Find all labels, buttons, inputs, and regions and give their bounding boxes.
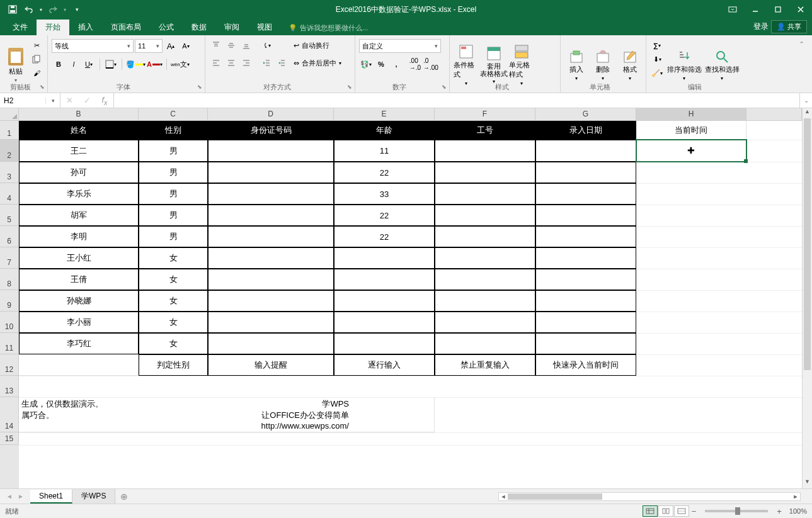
row-header-3[interactable]: 3 [0, 162, 19, 183]
shrink-font-button[interactable]: A▾ [179, 40, 193, 52]
accounting-format-button[interactable]: 💱 ▾ [359, 58, 373, 70]
cell-E6[interactable]: 22 [334, 226, 435, 247]
login-link[interactable]: 登录 [753, 21, 769, 32]
cell-F11[interactable] [435, 333, 535, 354]
cell-E1[interactable]: 年龄 [334, 121, 435, 140]
row-header-5[interactable]: 5 [0, 205, 19, 226]
clipboard-launcher[interactable]: ⬊ [38, 84, 46, 91]
view-page-layout-button[interactable] [658, 505, 673, 517]
name-box-dropdown[interactable]: ▾ [45, 98, 60, 104]
cell-C10[interactable]: 女 [139, 312, 208, 333]
cell-C9[interactable]: 女 [139, 290, 208, 312]
number-launcher[interactable]: ⬊ [440, 84, 448, 91]
tab-data[interactable]: 数据 [183, 20, 215, 35]
cell-B11[interactable]: 李巧红 [19, 333, 139, 354]
sheet-tab-0[interactable]: Sheet1 [30, 490, 72, 504]
tab-review[interactable]: 审阅 [215, 20, 248, 35]
orientation-button[interactable]: ⤹ ▾ [260, 39, 273, 52]
view-normal-button[interactable] [643, 505, 658, 517]
scroll-up-button[interactable]: ▲ [803, 108, 812, 118]
cell-C3[interactable]: 男 [139, 162, 208, 183]
cell-C1[interactable]: 性别 [139, 121, 208, 140]
tab-insert[interactable]: 插入 [69, 20, 102, 35]
cell-F2[interactable] [435, 140, 535, 162]
maximize-icon[interactable] [767, 0, 789, 19]
align-right-button[interactable] [239, 57, 253, 69]
row-header-7[interactable]: 7 [0, 247, 19, 269]
phonetic-button[interactable]: wén文 ▾ [171, 58, 190, 70]
row-header-13[interactable]: 13 [0, 376, 19, 397]
view-page-break-button[interactable] [674, 505, 689, 517]
fill-button[interactable]: ⬇ ▾ [650, 53, 664, 65]
row-header-4[interactable]: 4 [0, 183, 19, 205]
row-header-14[interactable]: 14 [0, 397, 19, 432]
cell-E12[interactable]: 逐行输入 [334, 354, 435, 376]
cell-F12[interactable]: 禁止重复输入 [435, 354, 535, 376]
cell-D5[interactable] [208, 205, 334, 226]
tab-layout[interactable]: 页面布局 [102, 20, 150, 35]
collapse-ribbon-button[interactable]: ⌃ [794, 38, 808, 50]
cell-E3[interactable]: 22 [334, 162, 435, 183]
qat-customize-icon[interactable]: ▾ [69, 2, 84, 17]
col-header-F[interactable]: F [435, 108, 535, 121]
zoom-in-button[interactable]: + [774, 507, 784, 516]
zoom-out-button[interactable]: − [689, 507, 699, 516]
cell-G7[interactable] [535, 247, 636, 269]
cell-G10[interactable] [535, 312, 636, 333]
cell-B12[interactable] [19, 354, 139, 376]
col-header-E[interactable]: E [334, 108, 435, 121]
align-middle-button[interactable] [224, 39, 238, 52]
cell-G1[interactable]: 录入日期 [535, 121, 636, 140]
font-launcher[interactable]: ⬊ [196, 84, 203, 91]
close-icon[interactable] [789, 0, 812, 19]
grow-font-button[interactable]: A▴ [164, 40, 178, 52]
cell-B3[interactable]: 孙可 [19, 162, 139, 183]
cell-D4[interactable] [208, 183, 334, 205]
row-header-6[interactable]: 6 [0, 226, 19, 247]
name-box-input[interactable] [0, 96, 45, 105]
cell-H2[interactable]: ✚ [636, 140, 746, 162]
cell-D6[interactable] [208, 226, 334, 247]
col-header-H[interactable]: H [636, 108, 746, 121]
number-format-combo[interactable]: 自定义 [359, 39, 441, 53]
cell-C11[interactable]: 女 [139, 333, 208, 354]
cell-E5[interactable]: 22 [334, 205, 435, 226]
align-center-button[interactable] [224, 57, 238, 69]
decrease-indent-button[interactable] [260, 57, 273, 69]
row-header-9[interactable]: 9 [0, 290, 19, 312]
tab-file[interactable]: 文件 [4, 20, 37, 35]
cell-B5[interactable]: 胡军 [19, 205, 139, 226]
cell-G5[interactable] [535, 205, 636, 226]
autosum-button[interactable]: ∑ ▾ [650, 39, 664, 52]
zoom-slider[interactable] [705, 510, 768, 512]
cell-D2[interactable] [208, 140, 334, 162]
add-sheet-button[interactable]: ⊕ [115, 492, 133, 502]
share-button[interactable]: 👤 共享 [771, 20, 807, 33]
cell-B9[interactable]: 孙晓娜 [19, 290, 139, 312]
row-header-8[interactable]: 8 [0, 269, 19, 290]
select-all-corner[interactable] [0, 108, 19, 121]
cell-G9[interactable] [535, 290, 636, 312]
align-top-button[interactable] [209, 39, 223, 52]
font-size-combo[interactable]: 11 [135, 39, 163, 53]
fill-color-button[interactable]: 🪣 ▾ [126, 58, 146, 70]
col-header-D[interactable]: D [208, 108, 334, 121]
cell-G2[interactable] [535, 140, 636, 162]
cell-H1[interactable]: 当前时间 [636, 121, 746, 140]
cell-G8[interactable] [535, 269, 636, 290]
increase-decimal-button[interactable]: .00→.0 [408, 58, 422, 70]
cell-D12[interactable]: 输入提醒 [208, 354, 334, 376]
cell-C2[interactable]: 男 [139, 140, 208, 162]
cell-F5[interactable] [435, 205, 535, 226]
cell-D9[interactable] [208, 290, 334, 312]
cell-F6[interactable] [435, 226, 535, 247]
cell-D1[interactable]: 身份证号码 [208, 121, 334, 140]
cells-area[interactable]: 姓名性别身份证号码年龄工号录入日期当前时间王二男11孙可男22李乐乐男33胡军男… [19, 121, 802, 488]
scroll-down-button[interactable]: ▼ [803, 478, 812, 488]
cell-D11[interactable] [208, 333, 334, 354]
cell-G11[interactable] [535, 333, 636, 354]
cell-C8[interactable]: 女 [139, 269, 208, 290]
col-header-G[interactable]: G [535, 108, 636, 121]
vscroll-thumb[interactable] [804, 118, 811, 370]
comma-button[interactable]: , [389, 58, 403, 70]
